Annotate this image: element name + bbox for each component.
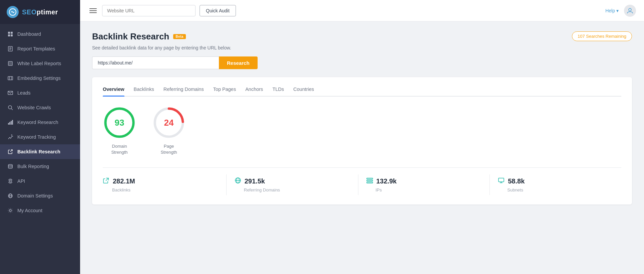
- tab-countries[interactable]: Countries: [293, 87, 314, 96]
- page-strength-label: Page Strength: [160, 143, 177, 155]
- api-icon: [7, 178, 13, 184]
- stat-subnets-top: 58.8k: [498, 177, 525, 185]
- hamburger-button[interactable]: [88, 7, 98, 14]
- sidebar-item-keyword-tracking[interactable]: Keyword Tracking: [0, 130, 80, 144]
- referring-domains-value: 291.5k: [245, 177, 265, 185]
- stat-backlinks-top: 282.1M: [103, 177, 135, 185]
- sidebar-item-embedding[interactable]: Embedding Settings: [0, 71, 80, 86]
- svg-rect-18: [9, 122, 10, 125]
- tab-overview[interactable]: Overview: [103, 87, 124, 96]
- tab-referring-domains[interactable]: Referring Domains: [164, 87, 204, 96]
- sidebar-item-domain-settings[interactable]: Domain Settings: [0, 188, 80, 203]
- tab-anchors[interactable]: Anchors: [245, 87, 263, 96]
- sidebar-item-my-account[interactable]: My Account: [0, 203, 80, 218]
- stat-referring-domains: 291.5k Referring Domains: [227, 174, 358, 195]
- website-url-input[interactable]: [102, 5, 196, 16]
- sidebar-item-label: White Label Reports: [17, 61, 61, 66]
- dashboard-icon: [7, 31, 13, 37]
- svg-point-28: [9, 210, 11, 212]
- sidebar-item-label: Domain Settings: [17, 193, 53, 198]
- referring-domains-label: Referring Domains: [235, 187, 280, 192]
- sidebar-item-label: Report Templates: [17, 46, 55, 51]
- keyword-tracking-icon: [7, 134, 13, 140]
- sidebar-item-label: My Account: [17, 208, 42, 213]
- ips-value: 132.9k: [376, 177, 397, 185]
- svg-point-21: [11, 134, 12, 136]
- page-title: Backlink Research: [92, 31, 169, 42]
- help-link[interactable]: Help ▾: [605, 8, 619, 13]
- sidebar-item-keyword-research[interactable]: Keyword Research: [0, 115, 80, 130]
- searches-remaining-button[interactable]: 107 Searches Remaining: [572, 31, 632, 41]
- svg-line-16: [11, 109, 13, 110]
- domain-strength-item: 93 Domain Strength: [103, 106, 136, 155]
- subnets-label: Subnets: [498, 187, 523, 192]
- stat-backlinks: 282.1M Backlinks: [103, 174, 227, 195]
- stats-row: 282.1M Backlinks 291.5k Referring Domain…: [103, 167, 621, 195]
- tab-tlds[interactable]: TLDs: [272, 87, 284, 96]
- domain-strength-label: Domain Strength: [111, 143, 127, 155]
- sidebar-item-backlink-research[interactable]: Backlink Research: [0, 144, 80, 159]
- strength-section: 93 Domain Strength: [103, 106, 621, 155]
- sidebar-item-label: Embedding Settings: [17, 76, 61, 81]
- sidebar-item-label: Website Crawls: [17, 105, 51, 110]
- svg-rect-2: [11, 32, 13, 34]
- domain-strength-value: 93: [115, 118, 124, 128]
- backlinks-icon: [103, 177, 109, 185]
- user-avatar[interactable]: [624, 5, 636, 17]
- subnets-icon: [498, 177, 505, 185]
- svg-rect-10: [9, 62, 12, 65]
- subnets-value: 58.8k: [508, 177, 525, 185]
- svg-rect-41: [499, 178, 504, 182]
- main-content: Backlink Research Beta 107 Searches Rema…: [80, 21, 644, 274]
- page-strength-value: 24: [164, 118, 174, 128]
- svg-rect-38: [367, 178, 373, 179]
- svg-point-23: [8, 164, 12, 166]
- sidebar-navigation: Dashboard Report Templates White Label R…: [0, 24, 80, 274]
- sidebar-item-label: Leads: [17, 90, 31, 96]
- stat-ips-top: 132.9k: [366, 177, 397, 185]
- svg-rect-1: [8, 32, 10, 34]
- sidebar-item-leads[interactable]: Leads: [0, 86, 80, 100]
- backlink-research-icon: [7, 149, 13, 155]
- embedding-icon: [7, 75, 13, 81]
- sidebar-item-label: Backlink Research: [17, 149, 60, 154]
- page-strength-item: 24 Page Strength: [152, 106, 186, 155]
- tab-top-pages[interactable]: Top Pages: [213, 87, 236, 96]
- page-title-row: Backlink Research Beta: [92, 31, 186, 42]
- research-button[interactable]: Research: [219, 56, 258, 69]
- sidebar: SEOptimer Dashboard Report Templates Whi…: [0, 0, 80, 274]
- tabs: Overview Backlinks Referring Domains Top…: [103, 87, 621, 97]
- page-header: Backlink Research Beta 107 Searches Rema…: [92, 31, 632, 42]
- sidebar-item-label: Keyword Tracking: [17, 134, 56, 140]
- tab-backlinks[interactable]: Backlinks: [134, 87, 154, 96]
- page-strength-circle: 24: [152, 106, 186, 139]
- sidebar-item-label: API: [17, 178, 25, 184]
- backlinks-label: Backlinks: [103, 187, 130, 192]
- sidebar-item-white-label[interactable]: White Label Reports: [0, 56, 80, 71]
- svg-point-29: [629, 8, 631, 11]
- sidebar-item-website-crawls[interactable]: Website Crawls: [0, 100, 80, 115]
- stat-ips: 132.9k IPs: [358, 174, 490, 195]
- report-templates-icon: [7, 46, 13, 52]
- domain-strength-circle: 93: [103, 106, 136, 139]
- stat-referring-top: 291.5k: [235, 177, 265, 185]
- svg-rect-11: [8, 77, 13, 80]
- sidebar-item-dashboard[interactable]: Dashboard: [0, 27, 80, 41]
- main-wrapper: Quick Audit Help ▾ Backlink Research Bet…: [80, 0, 644, 274]
- svg-rect-39: [367, 180, 373, 181]
- topbar-right: Help ▾: [605, 5, 636, 17]
- svg-rect-17: [8, 123, 9, 125]
- svg-rect-19: [11, 121, 12, 125]
- logo[interactable]: SEOptimer: [0, 0, 80, 24]
- sidebar-item-api[interactable]: API: [0, 174, 80, 188]
- white-label-icon: [7, 60, 13, 66]
- page-description: See detailed backlink data for any page …: [92, 45, 632, 50]
- ips-label: IPs: [366, 187, 382, 192]
- backlinks-value: 282.1M: [113, 177, 135, 185]
- url-research-input[interactable]: [92, 56, 219, 69]
- sidebar-item-bulk-reporting[interactable]: Bulk Reporting: [0, 159, 80, 174]
- sidebar-item-report-templates[interactable]: Report Templates: [0, 41, 80, 56]
- quick-audit-button[interactable]: Quick Audit: [200, 5, 236, 16]
- svg-line-34: [106, 178, 108, 181]
- search-row: Research: [92, 56, 632, 69]
